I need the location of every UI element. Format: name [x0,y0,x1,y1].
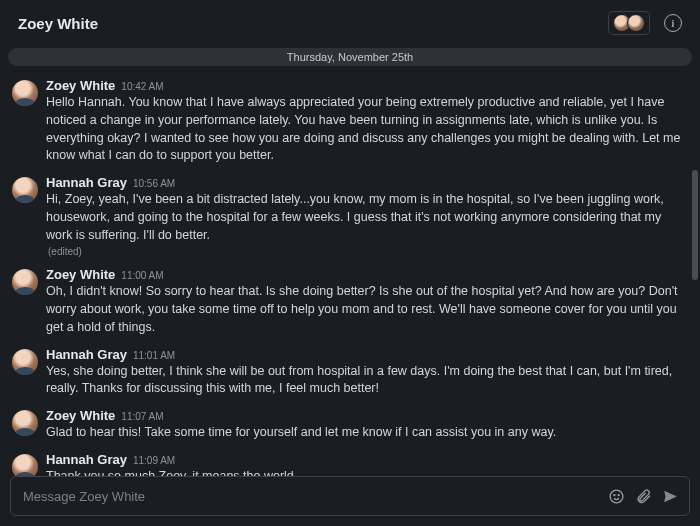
message-time: 11:09 AM [133,455,175,466]
message-list[interactable]: Zoey White 10:42 AM Hello Hannah. You kn… [0,68,700,484]
message-input[interactable] [23,489,608,504]
message-time: 11:00 AM [121,270,163,281]
message-time: 11:01 AM [133,350,175,361]
header-actions: i [608,11,682,35]
message-author[interactable]: Zoey White [46,78,115,93]
avatar[interactable] [12,410,38,436]
message-author[interactable]: Hannah Gray [46,452,127,467]
message-text: Yes, she doing better, I think she will … [46,362,684,399]
send-icon[interactable] [662,488,679,505]
member-avatars-button[interactable] [608,11,650,35]
message-time: 10:56 AM [133,178,175,189]
message-author[interactable]: Zoey White [46,408,115,423]
chat-header: Zoey White i [0,0,700,44]
chat-title[interactable]: Zoey White [18,15,98,32]
avatar [627,14,645,32]
message: Hannah Gray 11:01 AM Yes, she doing bett… [12,343,684,405]
svg-point-2 [618,494,619,495]
message: Zoey White 11:00 AM Oh, I didn't know! S… [12,263,684,342]
avatar[interactable] [12,177,38,203]
message-author[interactable]: Hannah Gray [46,347,127,362]
message-time: 11:07 AM [121,411,163,422]
emoji-icon[interactable] [608,488,625,505]
avatar[interactable] [12,349,38,375]
message-text: Oh, I didn't know! So sorry to hear that… [46,282,684,336]
message: Zoey White 11:07 AM Glad to hear this! T… [12,404,684,448]
date-divider: Thursday, November 25th [8,48,692,66]
date-divider-row: Thursday, November 25th [0,44,700,68]
message-time: 10:42 AM [121,81,163,92]
composer-region [10,476,690,516]
message-edited-label: (edited) [46,244,684,257]
attachment-icon[interactable] [635,488,652,505]
message-text: Glad to hear this! Take some time for yo… [46,423,684,442]
composer-actions [608,488,679,505]
message-text: Hi, Zoey, yeah, I've been a bit distract… [46,190,684,244]
avatar[interactable] [12,269,38,295]
message: Hannah Gray 10:56 AM Hi, Zoey, yeah, I'v… [12,171,684,263]
info-icon[interactable]: i [664,14,682,32]
message-text: Hello Hannah. You know that I have alway… [46,93,684,165]
scrollbar[interactable] [692,170,698,280]
svg-point-0 [610,490,623,503]
avatar[interactable] [12,80,38,106]
message-author[interactable]: Zoey White [46,267,115,282]
message: Zoey White 10:42 AM Hello Hannah. You kn… [12,74,684,171]
message-author[interactable]: Hannah Gray [46,175,127,190]
message-composer[interactable] [10,476,690,516]
svg-point-1 [614,494,615,495]
